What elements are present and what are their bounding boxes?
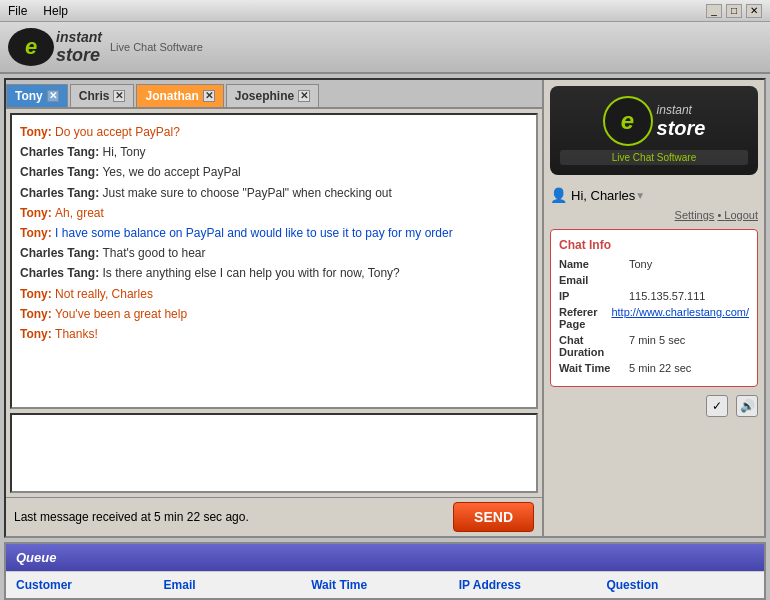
title-bar: File Help _ □ ✕ xyxy=(0,0,770,22)
main-content: Tony ✕ Chris ✕ Jonathan ✕ Josephine ✕ To… xyxy=(4,78,766,538)
maximize-button[interactable]: □ xyxy=(726,4,742,18)
tab-chris-close[interactable]: ✕ xyxy=(113,90,125,102)
menu-help[interactable]: Help xyxy=(43,4,68,18)
logo-instant: instant xyxy=(56,29,102,45)
queue-col-question: Question xyxy=(606,578,754,592)
message-input[interactable] xyxy=(12,415,536,491)
logo-text: instant store xyxy=(56,29,102,66)
logo-store: store xyxy=(56,45,102,66)
window-controls: _ □ ✕ xyxy=(706,4,762,18)
queue-col-ip: IP Address xyxy=(459,578,607,592)
chat-info-box: Chat Info Name Tony Email IP 115.135.57.… xyxy=(550,229,758,387)
queue-columns: Customer Email Wait Time IP Address Ques… xyxy=(6,571,764,598)
info-ip-row: IP 115.135.57.111 xyxy=(559,290,749,302)
right-logo-inner: e instant store xyxy=(560,96,748,146)
right-logo: e instant store Live Chat Software xyxy=(550,86,758,175)
info-referer-row: Referer Page http://www.charlestang.com/ xyxy=(559,306,749,330)
queue-col-customer: Customer xyxy=(16,578,164,592)
info-email-row: Email xyxy=(559,274,749,286)
chat-line-7: Charles Tang: That's good to hear xyxy=(20,244,528,263)
right-panel: e instant store Live Chat Software 👤 Hi,… xyxy=(544,80,764,536)
chat-line-2: Charles Tang: Hi, Tony xyxy=(20,143,528,162)
tab-jonathan-close[interactable]: ✕ xyxy=(203,90,215,102)
chat-line-5: Tony: Ah, great xyxy=(20,204,528,223)
logout-link[interactable]: Logout xyxy=(724,209,758,221)
tab-josephine[interactable]: Josephine ✕ xyxy=(226,84,319,107)
send-button[interactable]: SEND xyxy=(453,502,534,532)
tab-jonathan[interactable]: Jonathan ✕ xyxy=(136,84,223,107)
logo-subtitle: Live Chat Software xyxy=(110,41,203,53)
message-input-area[interactable] xyxy=(10,413,538,493)
tab-josephine-close[interactable]: ✕ xyxy=(298,90,310,102)
checkbox-icon[interactable]: ✓ xyxy=(706,395,728,417)
chat-line-6: Tony: I have some balance on PayPal and … xyxy=(20,224,528,243)
user-name: Hi, Charles xyxy=(571,188,635,203)
settings-link[interactable]: Settings xyxy=(675,209,715,221)
right-logo-subtitle: Live Chat Software xyxy=(560,150,748,165)
info-name-row: Name Tony xyxy=(559,258,749,270)
app-header: e instant store Live Chat Software xyxy=(0,22,770,74)
chat-line-3: Charles Tang: Yes, we do accept PayPal xyxy=(20,163,528,182)
minimize-button[interactable]: _ xyxy=(706,4,722,18)
right-logo-icon: e xyxy=(603,96,653,146)
last-message-status: Last message received at 5 min 22 sec ag… xyxy=(14,510,249,524)
chat-line-11: Tony: Thanks! xyxy=(20,325,528,344)
menu-bar: File Help xyxy=(8,4,68,18)
logo-icon: e xyxy=(8,28,54,66)
chat-line-8: Charles Tang: Is there anything else I c… xyxy=(20,264,528,283)
notification-icons: ✓ 🔊 xyxy=(550,395,758,417)
settings-logout-bar: Settings • Logout xyxy=(550,207,758,223)
chat-messages: Tony: Do you accept PayPal? Charles Tang… xyxy=(10,113,538,409)
queue-section: Queue Customer Email Wait Time IP Addres… xyxy=(4,542,766,600)
user-icon: 👤 xyxy=(550,187,567,203)
user-greeting: 👤 Hi, Charles ▼ xyxy=(550,183,758,207)
queue-col-email: Email xyxy=(164,578,312,592)
queue-col-waittime: Wait Time xyxy=(311,578,459,592)
queue-header: Queue xyxy=(6,544,764,571)
sound-icon[interactable]: 🔊 xyxy=(736,395,758,417)
info-duration-row: Chat Duration 7 min 5 sec xyxy=(559,334,749,358)
chat-line-1: Tony: Do you accept PayPal? xyxy=(20,123,528,142)
tabs-bar: Tony ✕ Chris ✕ Jonathan ✕ Josephine ✕ xyxy=(6,80,542,109)
tab-tony-close[interactable]: ✕ xyxy=(47,90,59,102)
tab-chris[interactable]: Chris ✕ xyxy=(70,84,135,107)
chat-line-10: Tony: You've been a great help xyxy=(20,305,528,324)
referer-link[interactable]: http://www.charlestang.com/ xyxy=(611,306,749,330)
chat-info-title: Chat Info xyxy=(559,238,749,252)
status-bar: Last message received at 5 min 22 sec ag… xyxy=(6,497,542,536)
app-logo: e instant store Live Chat Software xyxy=(8,28,203,66)
tab-tony[interactable]: Tony ✕ xyxy=(6,84,68,107)
close-button[interactable]: ✕ xyxy=(746,4,762,18)
chat-line-9: Tony: Not really, Charles xyxy=(20,285,528,304)
left-panel: Tony ✕ Chris ✕ Jonathan ✕ Josephine ✕ To… xyxy=(6,80,544,536)
chat-line-4: Charles Tang: Just make sure to choose "… xyxy=(20,184,528,203)
right-logo-text: instant store xyxy=(657,103,706,140)
info-waittime-row: Wait Time 5 min 22 sec xyxy=(559,362,749,374)
menu-file[interactable]: File xyxy=(8,4,27,18)
dropdown-arrow-icon[interactable]: ▼ xyxy=(635,190,645,201)
